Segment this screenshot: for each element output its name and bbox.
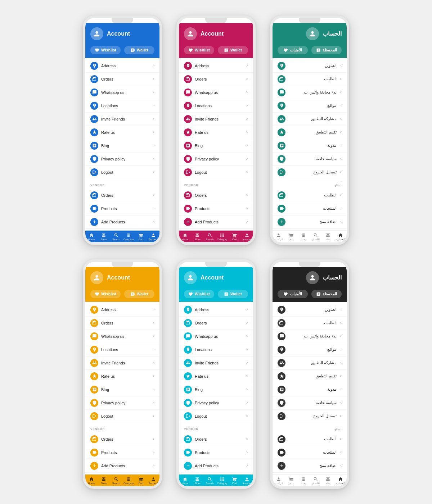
wallet-button[interactable]: المحفظة: [311, 46, 342, 54]
nav-item-cart[interactable]: متجر: [285, 232, 297, 242]
nav-item-search[interactable]: Search: [110, 476, 122, 485]
menu-item[interactable]: <بدء محادثة واتس اب: [273, 330, 347, 343]
nav-item-store[interactable]: Store: [98, 232, 110, 241]
nav-item-category[interactable]: Category: [216, 476, 228, 485]
nav-item-cart[interactable]: متجر: [285, 476, 297, 486]
vendor-menu-item[interactable]: Products>: [179, 202, 253, 215]
menu-item[interactable]: Blog>: [85, 139, 159, 153]
nav-item-store[interactable]: سلة: [322, 476, 334, 486]
menu-item[interactable]: Whatsapp us>: [85, 330, 159, 343]
vendor-menu-item[interactable]: Add Products>: [85, 215, 159, 229]
menu-item[interactable]: Address>: [179, 303, 253, 317]
wishlist-button[interactable]: Wishlist: [90, 46, 121, 54]
menu-item[interactable]: Orders>: [85, 73, 159, 86]
menu-item[interactable]: <مشاركة التطبيق: [273, 357, 347, 370]
menu-item[interactable]: Locations>: [85, 343, 159, 357]
wallet-button[interactable]: Wallet: [218, 290, 248, 298]
vendor-menu-item[interactable]: Products>: [85, 202, 159, 215]
vendor-menu-item[interactable]: Products>: [179, 446, 253, 459]
menu-item[interactable]: Privacy policy>: [85, 153, 159, 166]
vendor-menu-item[interactable]: Add Products>: [85, 459, 159, 473]
menu-item[interactable]: Invite Friends>: [85, 357, 159, 370]
nav-item-cart[interactable]: Cart: [135, 232, 147, 241]
menu-item[interactable]: Whatsapp us>: [179, 86, 253, 99]
menu-item[interactable]: Rate us>: [179, 370, 253, 383]
menu-item[interactable]: Rate us>: [85, 126, 159, 139]
nav-item-category[interactable]: بحث: [297, 232, 310, 242]
menu-item[interactable]: <مشاركة التطبيق: [273, 113, 347, 126]
nav-item-search[interactable]: Search: [110, 232, 122, 241]
menu-item[interactable]: Locations>: [85, 99, 159, 113]
nav-item-search[interactable]: Search: [204, 232, 216, 241]
menu-item[interactable]: Locations>: [179, 99, 253, 113]
menu-item[interactable]: Orders>: [179, 73, 253, 86]
nav-item-category[interactable]: بحث: [297, 476, 310, 486]
vendor-menu-item[interactable]: Add Products>: [179, 215, 253, 229]
nav-item-account[interactable]: الرئيسية: [273, 476, 285, 486]
menu-item[interactable]: Logout>: [85, 166, 159, 179]
menu-item[interactable]: Logout>: [179, 166, 253, 179]
menu-item[interactable]: <تسجيل الخروج: [273, 166, 347, 179]
menu-item[interactable]: Whatsapp us>: [179, 330, 253, 343]
menu-item[interactable]: Logout>: [179, 410, 253, 423]
menu-item[interactable]: Blog>: [85, 383, 159, 396]
menu-item[interactable]: Invite Friends>: [179, 357, 253, 370]
nav-item-home[interactable]: Home: [85, 232, 98, 241]
menu-item[interactable]: <العناوين: [273, 59, 347, 73]
nav-item-account[interactable]: Account: [147, 232, 159, 241]
menu-item[interactable]: Privacy policy>: [179, 396, 253, 410]
menu-item[interactable]: <تقييم التطبيق: [273, 370, 347, 383]
vendor-menu-item[interactable]: Orders>: [179, 433, 253, 446]
wishlist-button[interactable]: Wishlist: [90, 290, 121, 298]
menu-item[interactable]: <الطلبات: [273, 317, 347, 330]
menu-item[interactable]: <مواقع: [273, 99, 347, 113]
menu-item[interactable]: Locations>: [179, 343, 253, 357]
wallet-button[interactable]: Wallet: [124, 46, 154, 54]
menu-item[interactable]: <الطلبات: [273, 73, 347, 86]
menu-item[interactable]: Blog>: [179, 383, 253, 396]
menu-item[interactable]: <مواقع: [273, 343, 347, 357]
vendor-menu-item[interactable]: Products>: [85, 446, 159, 459]
wallet-button[interactable]: Wallet: [124, 290, 154, 298]
menu-item[interactable]: Logout>: [85, 410, 159, 423]
vendor-menu-item[interactable]: <الطلبات: [273, 189, 347, 202]
menu-item[interactable]: <مدونة: [273, 383, 347, 396]
vendor-menu-item[interactable]: Orders>: [179, 189, 253, 202]
nav-item-cart[interactable]: Cart: [228, 232, 240, 241]
menu-item[interactable]: Address>: [85, 59, 159, 73]
nav-item-store[interactable]: سلة: [322, 232, 334, 242]
menu-item[interactable]: <بدء محادثة واتس اب: [273, 86, 347, 99]
vendor-menu-item[interactable]: <المنتجات: [273, 446, 347, 459]
nav-item-store[interactable]: Store: [191, 232, 203, 241]
nav-item-store[interactable]: Store: [98, 476, 110, 485]
menu-item[interactable]: <مدونة: [273, 139, 347, 153]
nav-item-account[interactable]: الرئيسية: [273, 232, 285, 242]
nav-item-account[interactable]: Account: [241, 232, 253, 241]
nav-item-home[interactable]: الحساب: [334, 232, 347, 242]
menu-item[interactable]: Invite Friends>: [85, 113, 159, 126]
wallet-button[interactable]: Wallet: [218, 46, 248, 54]
vendor-menu-item[interactable]: <المنتجات: [273, 202, 347, 215]
nav-item-cart[interactable]: Cart: [135, 476, 147, 485]
wallet-button[interactable]: المحفظة: [311, 290, 342, 298]
vendor-menu-item[interactable]: Add Products>: [179, 459, 253, 473]
vendor-menu-item[interactable]: <اضافة منتج: [273, 459, 347, 473]
menu-item[interactable]: Address>: [179, 59, 253, 73]
menu-item[interactable]: Privacy policy>: [179, 153, 253, 166]
nav-item-home[interactable]: Home: [179, 232, 191, 241]
wishlist-button[interactable]: Wishlist: [184, 46, 214, 54]
wishlist-button[interactable]: الأمنيات: [278, 290, 308, 298]
nav-item-category[interactable]: Category: [216, 232, 228, 241]
menu-item[interactable]: <تقييم التطبيق: [273, 126, 347, 139]
nav-item-home[interactable]: الحساب: [334, 476, 347, 486]
menu-item[interactable]: Whatsapp us>: [85, 86, 159, 99]
nav-item-search[interactable]: الأقسام: [310, 476, 322, 486]
menu-item[interactable]: Blog>: [179, 139, 253, 153]
menu-item[interactable]: Rate us>: [85, 370, 159, 383]
nav-item-home[interactable]: Home: [85, 476, 98, 485]
menu-item[interactable]: <تسجيل الخروج: [273, 410, 347, 423]
vendor-menu-item[interactable]: Orders>: [85, 433, 159, 446]
vendor-menu-item[interactable]: Orders>: [85, 189, 159, 202]
nav-item-category[interactable]: Category: [122, 232, 135, 241]
nav-item-store[interactable]: Store: [191, 476, 203, 485]
